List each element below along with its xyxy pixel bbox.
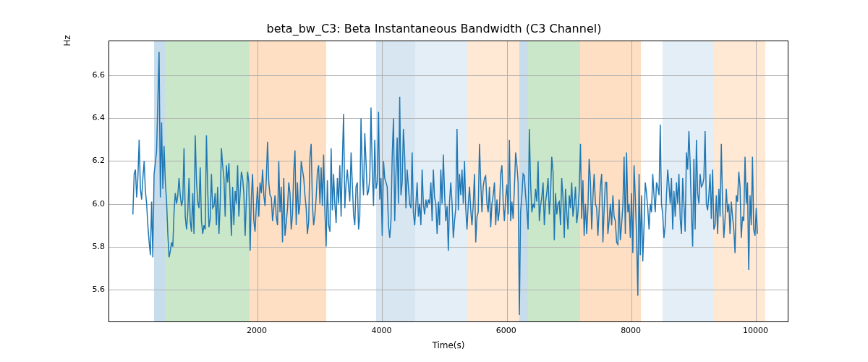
y-axis-label: Hz — [62, 0, 72, 182]
y-tick-label: 6.6 — [83, 70, 105, 80]
x-tick-label: 6000 — [496, 326, 516, 335]
y-tick-label: 5.6 — [83, 284, 105, 293]
y-tick-label: 6.2 — [83, 156, 105, 165]
plot-area — [109, 41, 788, 322]
x-axis-label: Time(s) — [109, 340, 788, 350]
line-svg — [109, 41, 788, 321]
x-tick-label: 2000 — [247, 326, 267, 335]
x-tick-label: 4000 — [371, 326, 391, 335]
series-line — [133, 52, 757, 315]
chart-title: beta_bw_C3: Beta Instantaneous Bandwidth… — [0, 22, 868, 35]
y-tick-label: 6.4 — [83, 113, 105, 122]
figure: beta_bw_C3: Beta Instantaneous Bandwidth… — [0, 0, 868, 362]
y-tick-label: 5.8 — [83, 241, 105, 251]
y-tick-label: 6.0 — [83, 198, 105, 208]
x-tick-label: 8000 — [621, 326, 641, 335]
x-tick-label: 10000 — [743, 326, 768, 335]
